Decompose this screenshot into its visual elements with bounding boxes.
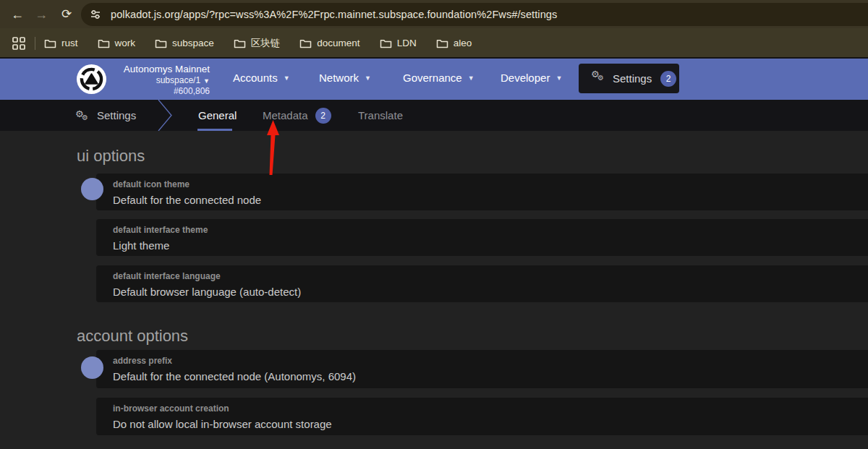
- network-info: Autonomys Mainnet subspace/1▼ #600,806: [109, 64, 210, 96]
- back-button[interactable]: ←: [8, 5, 27, 24]
- bookmarks-bar: rust work subspace 区块链 document LDN aleo: [0, 28, 868, 58]
- browser-toolbar: ← → ⟳ polkadot.js.org/apps/?rpc=wss%3A%2…: [0, 0, 868, 28]
- folder-icon: [44, 38, 56, 48]
- address-bar[interactable]: polkadot.js.org/apps/?rpc=wss%3A%2F%2Frp…: [81, 3, 868, 26]
- chevron-down-icon: ▼: [556, 74, 562, 82]
- nav-settings-button[interactable]: ⚙⚙ Settings 2: [579, 64, 679, 93]
- setting-row-interface-language: default interface language Default brows…: [96, 265, 868, 302]
- autonomys-logo[interactable]: [77, 64, 106, 94]
- apps-grid-icon[interactable]: [12, 37, 25, 50]
- bookmark-folder-document[interactable]: document: [299, 38, 359, 48]
- folder-icon: [234, 38, 246, 48]
- setting-label: in-browser account creation: [113, 403, 868, 414]
- chevron-down-icon: ▼: [468, 74, 475, 82]
- bookmark-label: document: [317, 38, 359, 48]
- folder-icon: [155, 38, 167, 48]
- identicon-avatar: [81, 356, 103, 379]
- section-title-ui-options: ui options: [77, 147, 145, 166]
- bookmark-label: subspace: [172, 38, 214, 48]
- metadata-badge: 2: [315, 108, 331, 124]
- bookmark-label: work: [115, 38, 136, 48]
- chevron-down-icon: ▼: [365, 74, 371, 82]
- setting-label: default interface language: [113, 271, 868, 282]
- setting-row-interface-theme: default interface theme Light theme: [96, 219, 868, 256]
- red-arrow-annotation: [263, 116, 283, 176]
- bookmark-folder-subspace[interactable]: subspace: [155, 38, 214, 48]
- setting-label: default icon theme: [113, 179, 868, 190]
- nav-governance[interactable]: Governance▼: [403, 72, 475, 84]
- bookmarks-divider: [35, 37, 35, 50]
- setting-value-dropdown[interactable]: Default browser language (auto-detect): [113, 285, 868, 299]
- forward-button[interactable]: →: [32, 5, 51, 24]
- breadcrumb-chevron-icon: [158, 100, 174, 131]
- site-settings-button[interactable]: [87, 6, 104, 23]
- chain-selector[interactable]: subspace/1▼: [109, 75, 210, 86]
- tab-general[interactable]: General: [198, 100, 237, 131]
- bookmark-folder-rust[interactable]: rust: [44, 38, 78, 48]
- setting-label: default interface theme: [113, 225, 868, 236]
- folder-icon: [436, 38, 448, 48]
- folder-icon: [380, 38, 392, 48]
- gears-icon: ⚙⚙: [75, 108, 91, 123]
- tune-icon: [90, 9, 101, 20]
- nav-network[interactable]: Network▼: [319, 72, 371, 84]
- setting-value-dropdown[interactable]: Light theme: [113, 239, 868, 253]
- bookmark-label: LDN: [397, 38, 417, 48]
- network-name: Autonomys Mainnet: [109, 64, 210, 75]
- bookmark-label: 区块链: [251, 37, 281, 50]
- nav-accounts[interactable]: Accounts▼: [233, 72, 290, 84]
- subnav-section: ⚙⚙ Settings: [75, 100, 136, 131]
- reload-button[interactable]: ⟳: [57, 5, 76, 24]
- screen: ← → ⟳ polkadot.js.org/apps/?rpc=wss%3A%2…: [0, 0, 868, 449]
- settings-content: ui options default icon theme Default fo…: [0, 131, 868, 449]
- bookmark-folder-aleo[interactable]: aleo: [436, 38, 472, 48]
- chevron-down-icon: ▼: [203, 77, 210, 85]
- setting-value-dropdown[interactable]: Default for the connected node (Autonomy…: [113, 369, 868, 384]
- settings-subnav: ⚙⚙ Settings General Metadata2 Translate: [0, 100, 868, 131]
- setting-label: address prefix: [113, 356, 868, 367]
- folder-icon: [299, 38, 312, 48]
- tab-translate[interactable]: Translate: [358, 100, 403, 131]
- bookmark-folder-work[interactable]: work: [98, 38, 136, 48]
- setting-value-dropdown[interactable]: Default for the connected node: [113, 193, 868, 208]
- bookmark-label: rust: [61, 38, 78, 48]
- nav-developer[interactable]: Developer▼: [501, 72, 562, 84]
- bookmark-folder-ldn[interactable]: LDN: [380, 38, 417, 48]
- identicon-avatar: [81, 178, 103, 200]
- settings-label: Settings: [613, 72, 652, 85]
- setting-value-dropdown[interactable]: Do not allow local in-browser account st…: [113, 417, 868, 432]
- chevron-down-icon: ▼: [284, 74, 290, 82]
- setting-row-address-prefix: address prefix Default for the connected…: [96, 350, 868, 388]
- subnav-section-label: Settings: [97, 109, 136, 121]
- folder-icon: [98, 38, 110, 48]
- section-title-account-options: account options: [77, 327, 188, 346]
- block-number: #600,806: [109, 86, 210, 96]
- bookmark-folder-blockchain[interactable]: 区块链: [234, 37, 281, 50]
- url-text[interactable]: polkadot.js.org/apps/?rpc=wss%3A%2F%2Frp…: [111, 9, 557, 20]
- gears-icon: ⚙⚙: [591, 72, 607, 86]
- settings-badge: 2: [660, 71, 676, 87]
- autonomys-logo-icon: [80, 67, 103, 91]
- bookmark-label: aleo: [454, 38, 472, 48]
- setting-row-icon-theme: default icon theme Default for the conne…: [96, 174, 868, 210]
- setting-row-account-creation: in-browser account creation Do not allow…: [96, 398, 868, 435]
